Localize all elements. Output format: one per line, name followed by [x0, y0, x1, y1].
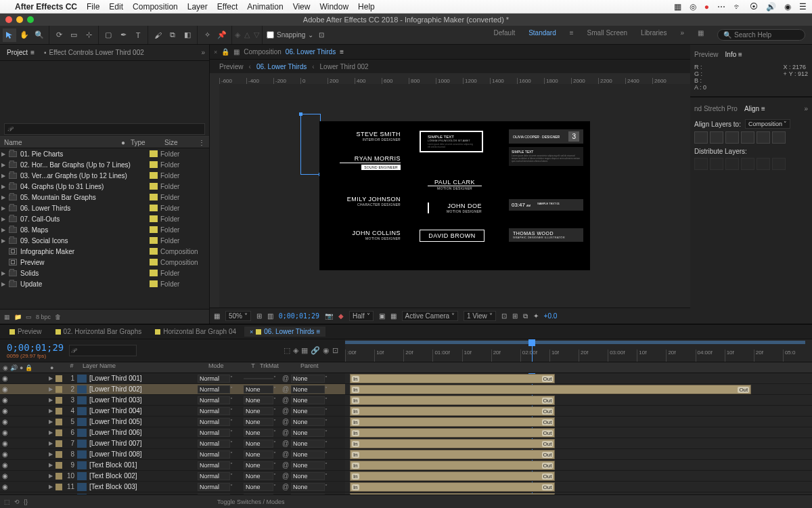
minimize-window-icon[interactable] — [16, 16, 23, 23]
label-header-icon[interactable]: ● — [50, 364, 53, 371]
timeline-tab[interactable]: Horizontal Bar Graph 04 — [150, 326, 242, 337]
comp-name[interactable]: 06. Lower Thirds — [286, 48, 336, 56]
shape-tool[interactable]: ▢ — [102, 28, 115, 42]
visibility-toggle[interactable]: ◉ — [0, 450, 9, 458]
col-size-header[interactable]: Size — [164, 139, 198, 146]
pickwhip-icon[interactable]: @ — [280, 429, 291, 436]
composition-viewport[interactable]: STEVE SMITH INTERIOR DESIGNER RYAN MORRI… — [219, 84, 690, 308]
parent-dropdown[interactable]: None — [291, 472, 325, 480]
volume-icon[interactable]: 🔊 — [766, 2, 776, 12]
layer-row[interactable]: ◉▶2[Lower Third 002]Normal˅None˅@None˅ — [0, 384, 345, 395]
blend-mode-dropdown[interactable]: Normal — [198, 483, 230, 491]
workspace-menu-icon[interactable]: ≡ — [570, 29, 574, 41]
pickwhip-icon[interactable]: @ — [280, 440, 291, 447]
layer-row[interactable]: ◉▶3[Lower Third 003]Normal˅None˅@None˅ — [0, 395, 345, 406]
trkmat-dropdown[interactable]: None — [244, 429, 273, 437]
info-tab[interactable]: Info ≡ — [725, 51, 742, 58]
clone-tool[interactable]: ⧉ — [166, 28, 179, 42]
resolution-dropdown[interactable]: Half ˅ — [349, 311, 374, 321]
track-row[interactable]: InOut — [345, 492, 812, 494]
pickwhip-icon[interactable]: @ — [280, 472, 291, 480]
track-row[interactable]: InOut — [345, 471, 812, 482]
workspace-standard[interactable]: Standard — [528, 29, 556, 41]
menu-file[interactable]: File — [87, 2, 99, 12]
tl-icon[interactable]: 🔗 — [311, 346, 320, 355]
pickwhip-icon[interactable]: @ — [280, 450, 291, 458]
stretch-tab[interactable]: nd Stretch Pro — [694, 105, 738, 112]
layer-label[interactable] — [55, 484, 62, 490]
layer-label[interactable] — [55, 451, 62, 458]
list-icon[interactable]: ☰ — [799, 2, 807, 12]
trkmat-dropdown[interactable]: None — [244, 385, 273, 394]
breadcrumb-item[interactable]: Lower Third 002 — [320, 63, 369, 70]
pen-tool[interactable]: ✒ — [116, 28, 130, 42]
preview-tab[interactable]: Preview — [694, 51, 719, 58]
tl-icon[interactable]: ⊡ — [332, 346, 338, 355]
visibility-toggle[interactable]: ◉ — [0, 461, 9, 469]
layer-label[interactable] — [55, 462, 62, 469]
track-row[interactable]: InOut — [345, 406, 812, 417]
track-row[interactable]: InOut — [345, 427, 812, 438]
layer-clip[interactable]: InOut — [350, 461, 556, 470]
menu-animation[interactable]: Animation — [247, 2, 283, 12]
visibility-toggle[interactable]: ◉ — [0, 440, 9, 447]
timeline-search-input[interactable] — [69, 345, 137, 356]
parent-dropdown[interactable]: None — [291, 461, 325, 469]
layer-label[interactable] — [55, 375, 62, 382]
new-comp-icon[interactable]: ▭ — [26, 314, 32, 320]
tl-footer-icon[interactable]: ⟲ — [14, 499, 20, 505]
layer-row[interactable]: ◉▶7[Lower Third 007]Normal˅None˅@None˅ — [0, 438, 345, 449]
layer-clip[interactable]: InOut — [350, 482, 556, 492]
project-item[interactable]: ▶UpdateFolder — [0, 278, 209, 289]
blend-mode-dropdown[interactable]: Normal — [198, 396, 230, 404]
project-item[interactable]: ▶09. Social IconsFolder — [0, 235, 209, 246]
tl-icon[interactable]: ◉ — [323, 346, 330, 355]
snap-opt-icon[interactable]: ⌄ — [308, 31, 313, 39]
rect-tool[interactable]: ▭ — [67, 28, 81, 42]
camera-dropdown[interactable]: Active Camera ˅ — [402, 311, 458, 321]
layer-clip[interactable]: InOut — [350, 385, 751, 394]
blend-mode-dropdown[interactable]: Normal — [198, 385, 230, 394]
menu-icon[interactable]: ⋯ — [717, 2, 725, 12]
timecode[interactable]: 0;00;01;29 — [7, 342, 64, 353]
layer-label[interactable] — [55, 397, 62, 404]
layer-clip[interactable]: InOut — [350, 428, 556, 438]
view-opt-icon[interactable]: ⊡ — [501, 312, 507, 320]
current-time[interactable]: 0;00;01;29 — [279, 312, 319, 320]
roto-tool[interactable]: ✧ — [200, 28, 214, 42]
tl-icon[interactable]: ◈ — [293, 346, 298, 355]
breadcrumb-item[interactable]: Preview — [219, 63, 244, 70]
visibility-toggle[interactable]: ◉ — [0, 407, 9, 415]
expand-arrow[interactable]: ▶ — [47, 419, 54, 425]
bpc-button[interactable]: 8 bpc — [36, 314, 51, 320]
layer-clip[interactable]: InOut — [350, 396, 556, 405]
expand-arrow[interactable]: ▶ — [47, 408, 54, 414]
layer-row[interactable]: ◉▶5[Lower Third 005]Normal˅None˅@None˅ — [0, 417, 345, 427]
project-item[interactable]: ▶07. Call-OutsFolder — [0, 213, 209, 224]
align-top-button[interactable] — [741, 131, 754, 144]
views-dropdown[interactable]: 1 View ˅ — [464, 311, 496, 321]
project-search-input[interactable] — [4, 123, 205, 135]
type-tool[interactable]: T — [131, 28, 145, 42]
layer-row[interactable]: ◉▶4[Lower Third 004]Normal˅None˅@None˅ — [0, 406, 345, 417]
trkmat-dropdown[interactable]: None — [244, 483, 273, 491]
track-row[interactable]: InOut — [345, 395, 812, 406]
trkmat-dropdown[interactable] — [244, 378, 273, 379]
snapping-checkbox[interactable] — [267, 31, 274, 39]
selection-tool[interactable] — [3, 28, 16, 42]
safe-zones-icon[interactable]: ⊞ — [256, 312, 262, 320]
trash-icon[interactable]: 🗑 — [55, 314, 61, 320]
interpret-icon[interactable]: ▦ — [4, 314, 10, 320]
tl-footer-icon[interactable]: {} — [24, 499, 28, 505]
project-item[interactable]: ▶08. MapsFolder — [0, 224, 209, 235]
project-item[interactable]: PreviewComposition — [0, 257, 209, 268]
blend-mode-dropdown[interactable]: Normal — [198, 429, 230, 437]
workspace-default[interactable]: Default — [493, 29, 515, 41]
parent-dropdown[interactable]: None — [291, 375, 325, 383]
blend-mode-dropdown[interactable]: Normal — [198, 375, 230, 383]
visibility-toggle[interactable]: ◉ — [0, 418, 9, 425]
siri-icon[interactable]: ◉ — [784, 2, 791, 12]
track-row[interactable]: InOut — [345, 373, 812, 384]
work-area-bar[interactable] — [345, 341, 805, 344]
status-icon[interactable]: ▦ — [674, 2, 681, 12]
